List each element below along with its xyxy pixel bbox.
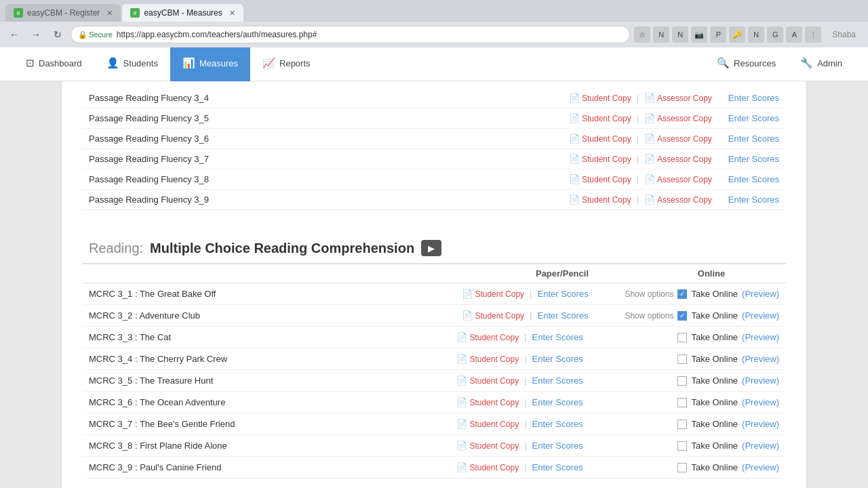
passage-row-3_9: Passage Reading Fluency 3_9 📄 Student Co…	[82, 190, 786, 210]
preview-link-7[interactable]: (Preview)	[742, 441, 779, 451]
enter-scores-mcrc-3[interactable]: Enter Scores	[532, 354, 583, 364]
student-copy-mcrc-6[interactable]: 📄 Student Copy	[456, 419, 519, 429]
nav-dashboard[interactable]: ⊡ Dashboard	[14, 47, 94, 81]
back-button[interactable]: ←	[5, 26, 23, 43]
ext1[interactable]: N	[653, 26, 669, 43]
student-copy-mcrc-3[interactable]: 📄 Student Copy	[456, 354, 519, 364]
show-options-0[interactable]: Show options	[625, 289, 673, 299]
student-copy-link-3_5[interactable]: 📄 Student Copy	[569, 113, 631, 123]
checkbox-5[interactable]	[677, 398, 687, 407]
forward-button[interactable]: →	[27, 26, 45, 43]
passage-section: Passage Reading Fluency 3_4 📄 Student Co…	[82, 81, 786, 210]
enter-scores-mcrc-0[interactable]: Enter Scores	[538, 289, 589, 299]
tab-measures[interactable]: e easyCBM - Measures ✕	[122, 4, 243, 22]
student-copy-link-3_7[interactable]: 📄 Student Copy	[569, 154, 631, 164]
assessor-copy-label-3_4: Assessor Copy	[657, 94, 712, 103]
student-copy-label-mcrc-8: Student Copy	[469, 463, 519, 472]
reload-button[interactable]: ↻	[49, 26, 66, 43]
ext6[interactable]: N	[748, 26, 764, 43]
student-copy-mcrc-2[interactable]: 📄 Student Copy	[456, 332, 519, 342]
checkbox-3[interactable]	[677, 354, 687, 364]
mcrc-rows-container: MCRC 3_1 : The Great Bake Off 📄 Student …	[82, 283, 786, 479]
enter-scores-3_8[interactable]: Enter Scores	[718, 174, 779, 184]
enter-scores-mcrc-4[interactable]: Enter Scores	[532, 375, 583, 386]
checkbox-4[interactable]	[677, 376, 687, 386]
checkbox-6[interactable]	[677, 420, 687, 429]
preview-link-4[interactable]: (Preview)	[742, 375, 779, 386]
enter-scores-3_7[interactable]: Enter Scores	[718, 154, 779, 164]
mcrc-name-6: MCRC 3_7 : The Bee's Gentle Friend	[89, 419, 456, 429]
checkbox-1[interactable]: ✓	[677, 311, 687, 321]
enter-scores-3_5[interactable]: Enter Scores	[718, 113, 779, 123]
pdf-icon-3_6-student: 📄	[569, 134, 580, 144]
tab-close-measures[interactable]: ✕	[229, 9, 235, 18]
passage-name-3_6: Passage Reading Fluency 3_6	[89, 134, 569, 144]
preview-link-3[interactable]: (Preview)	[742, 354, 779, 364]
checkbox-8[interactable]	[677, 463, 687, 472]
section-title: Multiple Choice Reading Comprehension	[150, 241, 414, 256]
passage-name-3_7: Passage Reading Fluency 3_7	[89, 154, 569, 164]
assessor-copy-link-3_8[interactable]: 📄 Assessor Copy	[644, 174, 712, 184]
preview-link-1[interactable]: (Preview)	[742, 310, 779, 321]
ext2[interactable]: N	[672, 26, 688, 43]
student-copy-link-3_8[interactable]: 📄 Student Copy	[569, 174, 631, 184]
student-copy-mcrc-7[interactable]: 📄 Student Copy	[456, 441, 519, 451]
show-options-1[interactable]: Show options	[625, 311, 673, 321]
preview-link-6[interactable]: (Preview)	[742, 419, 779, 429]
sep-mcrc-4: |	[524, 375, 526, 386]
preview-link-8[interactable]: (Preview)	[742, 462, 779, 472]
resources-icon: 🔍	[717, 57, 730, 69]
student-copy-mcrc-5[interactable]: 📄 Student Copy	[456, 397, 519, 407]
passage-name-3_4: Passage Reading Fluency 3_4	[89, 93, 569, 103]
enter-scores-mcrc-6[interactable]: Enter Scores	[532, 419, 583, 429]
enter-scores-mcrc-8[interactable]: Enter Scores	[532, 462, 583, 472]
assessor-copy-link-3_9[interactable]: 📄 Assessor Copy	[644, 195, 712, 205]
ext4[interactable]: P	[710, 26, 726, 43]
pdf-icon-3_9-student: 📄	[569, 195, 580, 205]
assessor-copy-link-3_6[interactable]: 📄 Assessor Copy	[644, 134, 712, 144]
enter-scores-3_6[interactable]: Enter Scores	[718, 134, 779, 144]
student-copy-link-3_6[interactable]: 📄 Student Copy	[569, 134, 631, 144]
menu-button[interactable]: ⋮	[805, 26, 821, 43]
nav-resources[interactable]: 🔍 Resources	[705, 47, 788, 81]
student-copy-mcrc-4[interactable]: 📄 Student Copy	[456, 375, 519, 386]
student-copy-mcrc-1[interactable]: 📄 Student Copy	[462, 310, 524, 321]
passage-name-3_8: Passage Reading Fluency 3_8	[89, 174, 569, 184]
assessor-copy-link-3_7[interactable]: 📄 Assessor Copy	[644, 154, 712, 164]
enter-scores-mcrc-5[interactable]: Enter Scores	[532, 397, 583, 407]
enter-scores-3_4[interactable]: Enter Scores	[718, 93, 779, 103]
ext7[interactable]: G	[767, 26, 783, 43]
assessor-copy-link-3_4[interactable]: 📄 Assessor Copy	[644, 93, 712, 103]
nav-measures[interactable]: 📊 Measures	[170, 47, 250, 81]
student-copy-link-3_9[interactable]: 📄 Student Copy	[569, 195, 631, 205]
checkbox-2[interactable]	[677, 333, 687, 342]
preview-link-0[interactable]: (Preview)	[742, 289, 779, 299]
nav-reports[interactable]: 📈 Reports	[250, 47, 323, 81]
enter-scores-3_9[interactable]: Enter Scores	[718, 195, 779, 205]
nav-students[interactable]: 👤 Students	[94, 47, 170, 81]
ext8[interactable]: A	[786, 26, 802, 43]
student-copy-mcrc-0[interactable]: 📄 Student Copy	[462, 289, 524, 299]
pdf-icon-mcrc-7: 📄	[456, 441, 467, 451]
tab-register[interactable]: e easyCBM - Register ✕	[5, 4, 121, 22]
nav-admin-label: Admin	[817, 58, 842, 68]
student-copy-mcrc-8[interactable]: 📄 Student Copy	[456, 462, 519, 472]
nav-right: 🔍 Resources 🔧 Admin	[705, 47, 854, 81]
enter-scores-mcrc-7[interactable]: Enter Scores	[532, 441, 583, 451]
video-button[interactable]: ▶	[421, 240, 441, 256]
preview-link-5[interactable]: (Preview)	[742, 397, 779, 407]
enter-scores-mcrc-2[interactable]: Enter Scores	[532, 332, 583, 342]
student-copy-link-3_4[interactable]: 📄 Student Copy	[569, 93, 631, 103]
pdf-icon-mcrc-3: 📄	[456, 354, 467, 364]
assessor-copy-link-3_5[interactable]: 📄 Assessor Copy	[644, 113, 712, 123]
preview-link-2[interactable]: (Preview)	[742, 332, 779, 342]
nav-admin[interactable]: 🔧 Admin	[788, 47, 854, 81]
ext5[interactable]: 🔑	[729, 26, 745, 43]
star-button[interactable]: ☆	[634, 26, 650, 43]
ext3[interactable]: 📷	[691, 26, 707, 43]
enter-scores-mcrc-1[interactable]: Enter Scores	[538, 310, 589, 321]
checkbox-0[interactable]: ✓	[677, 289, 687, 299]
tab-close-register[interactable]: ✕	[106, 9, 113, 18]
checkbox-7[interactable]	[677, 441, 687, 451]
address-bar[interactable]: 🔒 Secure https://app.easycbm.com/teacher…	[71, 26, 630, 43]
